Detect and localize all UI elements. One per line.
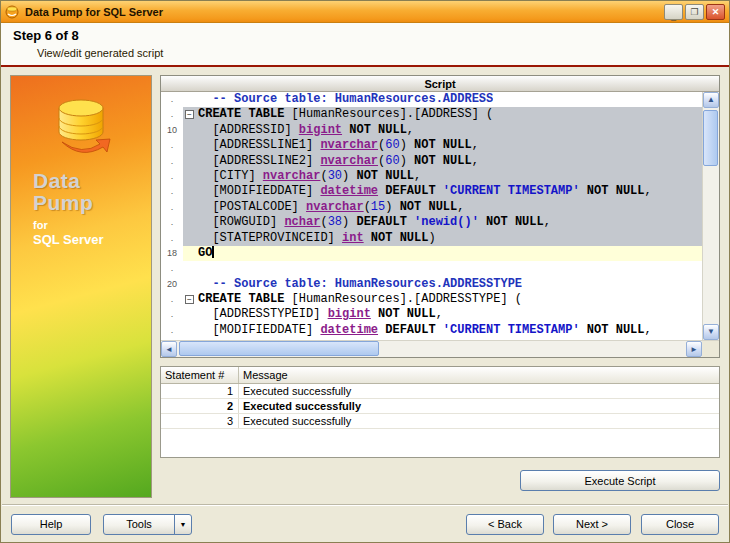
fold-column xyxy=(183,231,198,246)
code-text: [MODIFIEDDATE] datetime DEFAULT 'CURRENT… xyxy=(198,184,652,199)
close-button[interactable]: ✕ xyxy=(706,4,725,20)
line-number: . xyxy=(161,138,183,153)
window-title: Data Pump for SQL Server xyxy=(25,6,662,18)
line-number: . xyxy=(161,184,183,199)
code-line[interactable]: .−CREATE TABLE [HumanResources].[ADDRESS… xyxy=(161,107,702,122)
horizontal-scrollbar[interactable]: ◄ ► xyxy=(161,340,719,357)
code-text: [ADDRESSLINE2] nvarchar(60) NOT NULL, xyxy=(198,154,479,169)
code-line[interactable]: . [STATEPROVINCEID] int NOT NULL) xyxy=(161,231,702,246)
line-number: . xyxy=(161,154,183,169)
database-icon xyxy=(46,96,116,158)
code-line[interactable]: . [ADDRESSLINE1] nvarchar(60) NOT NULL, xyxy=(161,138,702,153)
vertical-scroll-thumb[interactable] xyxy=(703,110,718,166)
statement-rows: 1Executed successfully2Executed successf… xyxy=(161,384,719,429)
line-number: . xyxy=(161,261,183,276)
scroll-up-icon[interactable]: ▲ xyxy=(703,92,719,108)
script-editor[interactable]: . -- Source table: HumanResources.ADDRES… xyxy=(161,92,719,340)
help-button[interactable]: Help xyxy=(11,514,91,535)
code-text: [POSTALCODE] nvarchar(15) NOT NULL, xyxy=(198,200,464,215)
scroll-down-icon[interactable]: ▼ xyxy=(703,324,719,340)
vertical-scrollbar[interactable]: ▲ ▼ xyxy=(702,92,719,340)
execute-script-button[interactable]: Execute Script xyxy=(520,470,720,491)
code-text: [CITY] nvarchar(30) NOT NULL, xyxy=(198,169,421,184)
statement-number-cell: 3 xyxy=(161,414,239,428)
line-number: 18 xyxy=(161,246,183,261)
statement-row[interactable]: 1Executed successfully xyxy=(161,384,719,399)
script-panel-title: Script xyxy=(161,76,719,92)
message-column-header: Message xyxy=(239,367,719,383)
code-text: GO xyxy=(198,246,214,261)
fold-column xyxy=(183,138,198,153)
fold-column xyxy=(183,215,198,230)
code-text: [ROWGUID] nchar(38) DEFAULT 'newid()' NO… xyxy=(198,215,551,230)
line-number: . xyxy=(161,323,183,338)
fold-column: − xyxy=(183,107,198,122)
fold-collapse-icon[interactable]: − xyxy=(185,110,194,119)
fold-column xyxy=(183,169,198,184)
code-text: -- Source table: HumanResources.ADDRESS xyxy=(198,92,493,107)
code-line[interactable]: . xyxy=(161,261,702,276)
line-number: . xyxy=(161,92,183,107)
line-number: . xyxy=(161,231,183,246)
tools-dropdown-button[interactable]: ▼ xyxy=(174,514,192,535)
code-line[interactable]: . [ADDRESSLINE2] nvarchar(60) NOT NULL, xyxy=(161,154,702,169)
back-button[interactable]: < Back xyxy=(466,514,544,535)
line-number: . xyxy=(161,292,183,307)
code-lines[interactable]: . -- Source table: HumanResources.ADDRES… xyxy=(161,92,702,340)
scroll-right-icon[interactable]: ► xyxy=(686,341,702,357)
horizontal-scroll-thumb[interactable] xyxy=(179,341,379,356)
fold-collapse-icon[interactable]: − xyxy=(185,295,194,304)
text-caret xyxy=(212,246,214,258)
statement-message-cell: Executed successfully xyxy=(239,414,719,428)
statements-table-header: Statement # Message xyxy=(161,367,719,384)
line-number: . xyxy=(161,169,183,184)
tools-button-group: Tools ▼ xyxy=(103,514,192,535)
code-line[interactable]: 20 -- Source table: HumanResources.ADDRE… xyxy=(161,277,702,292)
sidebar-branding: Data Pump for SQL Server xyxy=(10,75,152,498)
next-button[interactable]: Next > xyxy=(553,514,631,535)
brand-line-for: for xyxy=(33,219,104,231)
code-line[interactable]: . [MODIFIEDDATE] datetime DEFAULT 'CURRE… xyxy=(161,323,702,338)
horizontal-scroll-track[interactable] xyxy=(177,341,686,357)
app-icon xyxy=(5,4,20,19)
line-number: . xyxy=(161,307,183,322)
titlebar[interactable]: Data Pump for SQL Server _ ❐ ✕ xyxy=(1,1,729,23)
minimize-button[interactable]: _ xyxy=(664,4,683,20)
code-line[interactable]: 18GO xyxy=(161,246,702,261)
statement-row[interactable]: 3Executed successfully xyxy=(161,414,719,429)
line-number: . xyxy=(161,215,183,230)
close-wizard-button[interactable]: Close xyxy=(641,514,719,535)
maximize-button[interactable]: ❐ xyxy=(685,4,704,20)
footer: Help Tools ▼ < Back Next > Close xyxy=(1,506,729,542)
fold-column xyxy=(183,277,198,292)
fold-column xyxy=(183,200,198,215)
code-line[interactable]: . [CITY] nvarchar(30) NOT NULL, xyxy=(161,169,702,184)
line-number: 10 xyxy=(161,123,183,138)
code-line[interactable]: . [MODIFIEDDATE] datetime DEFAULT 'CURRE… xyxy=(161,184,702,199)
code-text: CREATE TABLE [HumanResources].[ADDRESSTY… xyxy=(198,292,522,307)
code-line[interactable]: . [ROWGUID] nchar(38) DEFAULT 'newid()' … xyxy=(161,215,702,230)
fold-column xyxy=(183,246,198,261)
code-line[interactable]: 10 [ADDRESSID] bigint NOT NULL, xyxy=(161,123,702,138)
fold-column xyxy=(183,92,198,107)
code-text: -- Source table: HumanResources.ADDRESST… xyxy=(198,277,522,292)
code-text: [MODIFIEDDATE] datetime DEFAULT 'CURRENT… xyxy=(198,323,652,338)
code-line[interactable]: . -- Source table: HumanResources.ADDRES… xyxy=(161,92,702,107)
code-line[interactable]: . [POSTALCODE] nvarchar(15) NOT NULL, xyxy=(161,200,702,215)
code-text: [ADDRESSLINE1] nvarchar(60) NOT NULL, xyxy=(198,138,479,153)
vertical-scroll-track[interactable] xyxy=(703,108,719,324)
code-text: [ADDRESSID] bigint NOT NULL, xyxy=(198,123,414,138)
fold-column xyxy=(183,123,198,138)
fold-column xyxy=(183,323,198,338)
scroll-left-icon[interactable]: ◄ xyxy=(161,341,177,357)
scrollbar-corner xyxy=(702,341,719,357)
code-line[interactable]: . [ADDRESSTYPEID] bigint NOT NULL, xyxy=(161,307,702,322)
fold-column xyxy=(183,307,198,322)
code-text: [ADDRESSTYPEID] bigint NOT NULL, xyxy=(198,307,443,322)
line-number: . xyxy=(161,107,183,122)
statement-number-cell: 1 xyxy=(161,384,239,398)
code-text: [STATEPROVINCEID] int NOT NULL) xyxy=(198,231,436,246)
code-line[interactable]: .−CREATE TABLE [HumanResources].[ADDRESS… xyxy=(161,292,702,307)
statement-row[interactable]: 2Executed successfully xyxy=(161,399,719,414)
tools-button[interactable]: Tools xyxy=(103,514,175,535)
